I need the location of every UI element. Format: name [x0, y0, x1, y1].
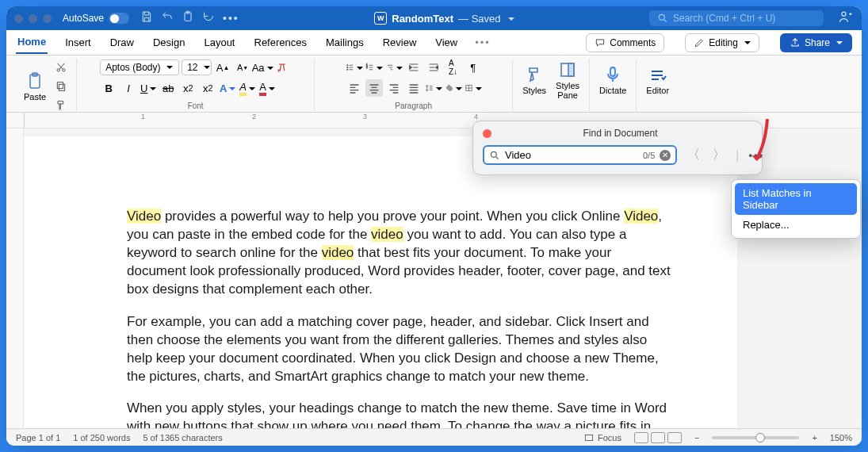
font-size-combo[interactable]: 12 [182, 59, 212, 75]
copy-icon[interactable] [52, 78, 70, 95]
save-icon[interactable] [140, 10, 153, 26]
tab-draw[interactable]: Draw [109, 32, 136, 53]
focus-mode[interactable]: Focus [583, 432, 621, 443]
next-match-icon[interactable]: 〉 [710, 147, 728, 163]
align-right-icon[interactable] [385, 79, 403, 97]
grow-font-icon[interactable]: A▲ [214, 59, 231, 76]
align-center-icon[interactable] [365, 79, 383, 97]
sort-icon[interactable]: AZ↓ [445, 59, 462, 76]
prev-match-icon[interactable]: 〈 [685, 147, 702, 163]
editor-button[interactable]: Editor [643, 63, 672, 97]
indent-left-icon[interactable] [405, 59, 423, 76]
find-options-icon[interactable]: ••• [747, 149, 766, 161]
tab-references[interactable]: References [253, 32, 308, 53]
bullets-icon[interactable] [346, 59, 363, 76]
multilevel-icon[interactable] [385, 59, 403, 76]
view-buttons[interactable] [634, 432, 682, 443]
group-editor: Editor [637, 59, 679, 112]
share-button[interactable]: Share [780, 33, 852, 52]
svg-rect-18 [610, 67, 615, 76]
tab-layout[interactable]: Layout [202, 32, 236, 53]
align-left-icon[interactable] [346, 79, 363, 97]
svg-rect-9 [57, 82, 63, 89]
autosave-toggle[interactable]: AutoSave [63, 13, 129, 24]
window-controls[interactable] [14, 14, 52, 23]
tab-mailings[interactable]: Mailings [324, 32, 365, 53]
status-bar: Page 1 of 1 1 of 250 words 5 of 1365 cha… [6, 428, 862, 446]
ribbon: Paste Clipboard Aptos (Body) 12 A▲ A▼ Aa [6, 56, 862, 113]
zoom-in-icon[interactable]: + [812, 433, 816, 442]
autosave-label: AutoSave [63, 13, 104, 24]
search-icon [489, 150, 500, 161]
zoom-slider[interactable] [712, 436, 799, 439]
svg-point-2 [659, 14, 664, 20]
styles-button[interactable]: Styles [519, 63, 549, 97]
tab-review[interactable]: Review [381, 32, 419, 53]
cut-icon[interactable] [52, 59, 70, 76]
overflow-icon[interactable]: ••• [223, 12, 239, 25]
menu-replace[interactable]: Replace... [735, 215, 857, 235]
dictate-button[interactable]: Dictate [596, 63, 629, 97]
clear-icon[interactable]: ✕ [660, 150, 671, 161]
tab-design[interactable]: Design [151, 32, 186, 53]
font-name-combo[interactable]: Aptos (Body) [100, 59, 179, 75]
shading-icon[interactable] [445, 79, 462, 97]
pilcrow-icon[interactable]: ¶ [465, 59, 482, 76]
clear-format-icon[interactable] [273, 59, 291, 76]
tab-insert[interactable]: Insert [63, 32, 93, 53]
svg-rect-17 [568, 63, 574, 76]
zoom-level[interactable]: 150% [830, 433, 852, 442]
svg-point-20 [491, 151, 496, 157]
tab-home[interactable]: Home [16, 31, 48, 54]
tabs-overflow-icon[interactable]: ••• [475, 36, 491, 48]
status-words[interactable]: 1 of 250 words [73, 433, 130, 442]
line-spacing-icon[interactable] [425, 79, 442, 97]
vertical-ruler[interactable] [6, 128, 24, 428]
group-clipboard: Paste Clipboard [14, 59, 77, 112]
menu-list-matches[interactable]: List Matches in Sidebar [735, 183, 857, 215]
title-bar: AutoSave ••• W RandomText — Saved Search… [6, 6, 862, 30]
superscript-icon[interactable]: x2 [199, 79, 216, 97]
justify-icon[interactable] [405, 79, 423, 97]
underline-icon[interactable]: U [140, 79, 157, 97]
editing-mode-button[interactable]: Editing [685, 33, 759, 52]
status-page[interactable]: Page 1 of 1 [16, 433, 60, 442]
comments-button[interactable]: Comments [586, 33, 664, 52]
quick-access-toolbar: ••• [140, 10, 239, 26]
close-icon[interactable] [483, 129, 491, 138]
format-painter-icon[interactable] [52, 97, 70, 114]
zoom-out-icon[interactable]: − [694, 433, 699, 442]
italic-icon[interactable]: I [120, 79, 137, 97]
document-page[interactable]: Video provides a powerful way to help yo… [24, 136, 737, 428]
find-count: 0/5 [643, 151, 655, 160]
repeat-icon[interactable] [202, 10, 215, 26]
subscript-icon[interactable]: x2 [179, 79, 197, 97]
search-field[interactable]: Search (Cmd + Ctrl + U) [649, 10, 824, 26]
indent-right-icon[interactable] [425, 59, 442, 76]
status-chars[interactable]: 5 of 1365 characters [143, 433, 222, 442]
styles-pane-button[interactable]: Styles Pane [553, 59, 583, 102]
paragraph-3[interactable]: When you apply styles, your headings cha… [127, 400, 674, 428]
tab-view[interactable]: View [434, 32, 459, 53]
paste-button[interactable]: Paste [21, 70, 49, 103]
redo-paste-icon[interactable] [182, 10, 194, 26]
borders-icon[interactable] [465, 79, 482, 97]
find-options-menu: List Matches in Sidebar Replace... [731, 179, 861, 239]
font-color-icon[interactable]: A [258, 79, 276, 97]
highlight-icon[interactable]: A [239, 79, 256, 97]
undo-icon[interactable] [161, 10, 174, 26]
chevron-down-icon [506, 13, 514, 25]
strike-icon[interactable]: ab [159, 79, 177, 97]
document-title[interactable]: W RandomText — Saved [246, 12, 643, 25]
paragraph-2[interactable]: For example, you can add a matching cove… [127, 313, 674, 386]
bold-icon[interactable]: B [100, 79, 117, 97]
change-case-icon[interactable]: Aa [254, 59, 271, 76]
shrink-font-icon[interactable]: A▼ [234, 59, 251, 76]
text-effects-icon[interactable]: A [219, 79, 236, 97]
group-paragraph: 12 AZ↓ ¶ Paragraph [315, 59, 513, 112]
numbering-icon[interactable]: 12 [365, 59, 383, 76]
paragraph-1[interactable]: Video provides a powerful way to help yo… [127, 208, 674, 299]
find-input[interactable] [505, 149, 638, 161]
toggle-icon[interactable] [109, 13, 129, 24]
collaboration-icon[interactable] [838, 9, 854, 28]
